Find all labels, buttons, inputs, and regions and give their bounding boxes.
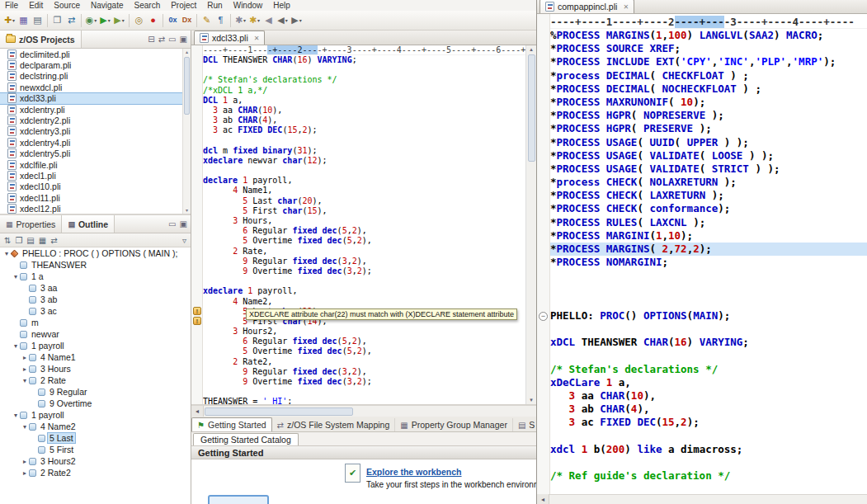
warning-marker-icon[interactable]: ! bbox=[193, 317, 201, 325]
maximize-icon[interactable]: ▣ bbox=[180, 219, 187, 228]
expand-arrow-icon[interactable]: ▾ bbox=[12, 273, 20, 280]
project-file-xdecl11.pli[interactable]: xdecl11.pli bbox=[0, 192, 191, 203]
tab-getting-started[interactable]: ⚑Getting Started bbox=[191, 417, 272, 431]
outline-item[interactable]: ▸4 Name1 bbox=[0, 351, 191, 363]
run-icon[interactable]: ▶▾ bbox=[98, 13, 112, 28]
show-paragraph-icon[interactable]: ¶ bbox=[214, 13, 228, 28]
minimize-icon[interactable]: ▭ bbox=[168, 35, 176, 44]
outline-item[interactable]: ▸3 Hours bbox=[0, 363, 191, 374]
scroll-left-icon[interactable]: ◂ bbox=[191, 406, 204, 417]
hide-fields-icon[interactable]: ▤ bbox=[26, 236, 34, 245]
menu-edit[interactable]: Edit bbox=[29, 1, 43, 11]
back-icon[interactable]: ◀▾ bbox=[276, 13, 290, 28]
tab-property-group-manager[interactable]: ▦Property Group Manager bbox=[395, 418, 513, 431]
project-file-xdclentry4.pli[interactable]: xdclentry4.pli bbox=[0, 137, 191, 148]
warning-marker-icon[interactable]: ! bbox=[193, 307, 201, 315]
menu-project[interactable]: Project bbox=[171, 1, 196, 11]
copy-member-icon[interactable]: ❐ bbox=[50, 13, 64, 28]
project-file-xdclfile.pli[interactable]: xdclfile.pli bbox=[0, 159, 191, 170]
outline-item[interactable]: 9 Regular bbox=[0, 386, 191, 398]
outline-item[interactable]: ▾4 Name2 bbox=[0, 421, 191, 432]
project-file-xdclentry2.pli[interactable]: xdclentry2.pli bbox=[0, 115, 191, 125]
outline-item[interactable]: ▸3 Hours2 bbox=[0, 455, 191, 467]
outline-item[interactable]: 3 ac bbox=[0, 305, 191, 317]
minimize-icon[interactable]: ▭ bbox=[168, 219, 176, 228]
filter-icon[interactable]: ❐ bbox=[15, 236, 22, 245]
annotation-nav-icon[interactable]: ✱▾ bbox=[233, 13, 247, 28]
outline-item[interactable]: ▾2 Rate bbox=[0, 374, 191, 386]
expand-arrow-icon[interactable]: ▾ bbox=[21, 377, 29, 384]
expand-arrow-icon[interactable]: ▸ bbox=[21, 354, 29, 361]
close-icon[interactable]: ✕ bbox=[623, 3, 629, 11]
search-icon[interactable]: ◎ bbox=[132, 13, 146, 28]
project-file-declstring.pli[interactable]: declstring.pli bbox=[0, 71, 191, 82]
forward-icon[interactable]: ▶▾ bbox=[290, 13, 304, 28]
expand-arrow-icon[interactable]: ▸ bbox=[21, 469, 29, 477]
outline-item[interactable]: 3 ab bbox=[0, 294, 191, 305]
menu-run[interactable]: Run bbox=[207, 1, 222, 11]
hide-static-icon[interactable]: ▦ bbox=[39, 236, 46, 245]
sort-icon[interactable]: ⇅ bbox=[4, 236, 11, 245]
tab-outline[interactable]: ▤ Outline bbox=[62, 215, 115, 233]
mark-occurrences-icon[interactable]: ✎ bbox=[200, 13, 214, 28]
editor-hscrollbar[interactable]: ◂ bbox=[537, 494, 867, 504]
code-area[interactable]: DCL THEANSWER CHAR(16) VARYING; /* Stefa… bbox=[203, 55, 525, 404]
project-file-declparam.pli[interactable]: declparam.pli bbox=[0, 59, 191, 70]
link-with-editor-icon[interactable]: ⇄ bbox=[50, 236, 57, 245]
menu-source[interactable]: Source bbox=[54, 1, 80, 11]
data-view-icon[interactable]: Dx bbox=[180, 13, 194, 28]
collapse-all-icon[interactable]: ⊟ bbox=[148, 35, 154, 44]
scroll-left-icon[interactable]: ◂ bbox=[537, 494, 549, 504]
project-file-newxdcl.pli[interactable]: newxdcl.pli bbox=[0, 82, 191, 92]
outline-item[interactable]: 5 First bbox=[0, 444, 191, 455]
project-file-xdecl10.pli[interactable]: xdecl10.pli bbox=[0, 181, 191, 192]
project-file-xdecl12.pli[interactable]: xdecl12.pli bbox=[0, 203, 191, 214]
first-steps-partial-box[interactable] bbox=[208, 495, 269, 504]
zos-projects-view-tab[interactable]: z/OS Projects bbox=[0, 31, 82, 48]
print-icon[interactable]: ▤ bbox=[31, 13, 45, 28]
project-file-declimited.pli[interactable]: declimited.pli bbox=[0, 49, 191, 59]
remote-sync-icon[interactable]: ⇄ bbox=[64, 13, 78, 28]
outline-item[interactable]: newvar bbox=[0, 328, 191, 340]
editor-tab-compapp[interactable]: compappincl.pli ✕ bbox=[540, 0, 634, 13]
new-wizard-icon[interactable]: ✚▾ bbox=[2, 13, 16, 28]
scroll-down-icon[interactable]: ▾ bbox=[530, 397, 533, 403]
view-menu-icon[interactable]: ▿ bbox=[182, 236, 186, 245]
menu-search[interactable]: Search bbox=[134, 1, 161, 11]
project-file-xdclentry.pli[interactable]: xdclentry.pli bbox=[0, 104, 191, 115]
scroll-up-icon[interactable]: ▴ bbox=[530, 46, 533, 53]
save-icon[interactable]: ▦ bbox=[16, 13, 31, 28]
hex-view-icon[interactable]: 0x bbox=[166, 13, 180, 28]
expand-arrow-icon[interactable]: ▸ bbox=[21, 365, 29, 373]
outline-item[interactable]: ▸2 Rate2 bbox=[0, 467, 191, 478]
outline-item[interactable]: ▾1 payroll bbox=[0, 409, 191, 421]
expand-arrow-icon[interactable]: ▾ bbox=[12, 342, 20, 350]
outline-item[interactable]: 3 aa bbox=[0, 282, 191, 294]
external-tools-icon[interactable]: ▶▾ bbox=[112, 13, 126, 28]
expand-arrow-icon[interactable]: ▾ bbox=[21, 423, 29, 431]
scroll-down-icon[interactable]: ▾ bbox=[186, 207, 188, 214]
menu-help[interactable]: Help bbox=[273, 1, 290, 11]
scroll-thumb[interactable] bbox=[205, 407, 353, 416]
outline-item[interactable]: ▾1 payroll bbox=[0, 340, 191, 351]
close-icon[interactable]: ✕ bbox=[254, 35, 260, 42]
project-file-xdclentry5.pli[interactable]: xdclentry5.pli bbox=[0, 148, 191, 159]
tab-z-os-file-system-mapping[interactable]: ⇄z/OS File System Mapping bbox=[272, 418, 396, 431]
menu-window[interactable]: Window bbox=[233, 1, 263, 11]
project-file-xdclentry3.pli[interactable]: xdclentry3.pli bbox=[0, 126, 191, 137]
link-with-editor-icon[interactable]: ⇄ bbox=[158, 35, 165, 44]
project-file-xdcl33.pli[interactable]: xdcl33.pli bbox=[0, 93, 191, 104]
expand-arrow-icon[interactable]: ▾ bbox=[12, 412, 20, 419]
outline-item[interactable]: ▾1 a bbox=[0, 271, 191, 282]
tab-s[interactable]: ▤S bbox=[513, 418, 536, 431]
fold-collapse-icon[interactable]: − bbox=[539, 312, 548, 321]
maximize-icon[interactable]: ▣ bbox=[180, 35, 187, 44]
code-area[interactable]: %PROCESS MARGINS(1,100) LANGLVL(SAA2) MA… bbox=[550, 29, 867, 483]
outline-item[interactable]: 9 Overtime bbox=[0, 398, 191, 409]
last-edit-icon[interactable]: ◀ bbox=[262, 13, 276, 28]
menu-navigate[interactable]: Navigate bbox=[91, 1, 123, 11]
editor-hscrollbar[interactable]: ◂ bbox=[191, 405, 536, 417]
scroll-thumb[interactable] bbox=[184, 57, 190, 115]
debug-icon[interactable]: ◉▾ bbox=[84, 13, 98, 28]
outline-item[interactable]: THEANSWER bbox=[0, 259, 191, 271]
